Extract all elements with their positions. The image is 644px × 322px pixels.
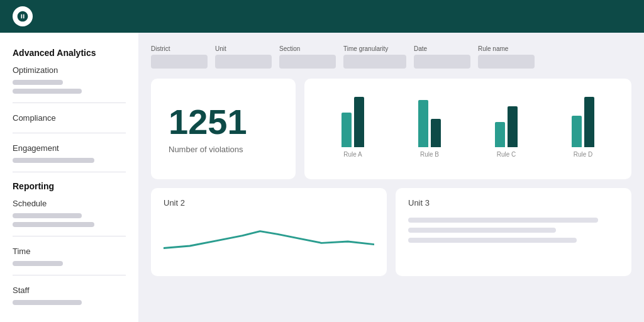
bar-a-1	[341, 113, 352, 147]
bar-b-1	[418, 100, 428, 147]
sidebar: Advanced Analytics Optimization Complian…	[0, 33, 138, 322]
filter-date: Date	[414, 45, 470, 69]
bars-b	[418, 100, 441, 147]
sidebar-divider-3	[13, 172, 126, 172]
sidebar-placeholder-5	[13, 222, 94, 227]
filter-date-input[interactable]	[414, 55, 470, 69]
sidebar-placeholder-7	[13, 300, 82, 305]
bar-b-2	[431, 119, 441, 147]
filter-time-granularity: Time granularity	[343, 45, 406, 69]
bar-d-1	[572, 116, 582, 147]
unit2-title: Unit 2	[164, 198, 374, 208]
sidebar-divider-4	[13, 236, 126, 236]
sidebar-item-staff[interactable]: Staff	[13, 284, 126, 296]
kpi-label: Number of violations	[169, 145, 278, 154]
unit3-ph-1	[408, 218, 598, 223]
filter-section-input[interactable]	[279, 55, 336, 69]
bars-d	[572, 97, 594, 147]
bar-group-b: Rule B	[418, 100, 441, 158]
bar-label-c: Rule C	[497, 151, 516, 158]
filter-unit-input[interactable]	[215, 55, 272, 69]
sidebar-placeholder-6	[13, 261, 63, 266]
unit3-placeholder	[408, 218, 619, 243]
sidebar-section-reporting: Reporting	[13, 181, 126, 191]
filter-time-granularity-input[interactable]	[343, 55, 406, 69]
bar-label-b: Rule B	[420, 151, 439, 158]
unit2-chart	[164, 215, 374, 265]
filter-rule-name: Rule name	[478, 45, 535, 69]
app-container: Advanced Analytics Optimization Complian…	[0, 0, 644, 322]
unit3-ph-3	[408, 238, 577, 243]
topnav	[0, 0, 644, 33]
unit3-card: Unit 3	[396, 188, 631, 276]
barchart-inner: Rule A Rule B	[317, 89, 619, 158]
sidebar-item-time[interactable]: Time	[13, 245, 126, 257]
sidebar-item-compliance[interactable]: Compliance	[13, 112, 126, 124]
barchart-card: Rule A Rule B	[304, 79, 631, 179]
bar-d-2	[584, 97, 594, 147]
filter-district-input[interactable]	[151, 55, 208, 69]
sidebar-divider-5	[13, 275, 126, 275]
top-cards-row: 1251 Number of violations Rule A	[151, 79, 631, 179]
filter-unit-label: Unit	[215, 45, 272, 52]
filter-district: District	[151, 45, 208, 69]
sidebar-placeholder-4	[13, 213, 82, 218]
filter-section: Section	[279, 45, 336, 69]
unit2-line-svg	[164, 215, 374, 259]
kpi-card: 1251 Number of violations	[151, 79, 296, 179]
sidebar-item-engagement[interactable]: Engagement	[13, 142, 126, 154]
main-layout: Advanced Analytics Optimization Complian…	[0, 33, 644, 322]
unit3-title: Unit 3	[408, 198, 619, 208]
sidebar-item-schedule[interactable]: Schedule	[13, 197, 126, 209]
filter-rule-name-label: Rule name	[478, 45, 535, 52]
sidebar-divider-1	[13, 103, 126, 103]
filter-unit: Unit	[215, 45, 272, 69]
bars-a	[341, 97, 364, 147]
bar-a-2	[354, 97, 364, 147]
filter-section-label: Section	[279, 45, 336, 52]
bar-label-a: Rule A	[343, 151, 362, 158]
filter-time-granularity-label: Time granularity	[343, 45, 406, 52]
sidebar-placeholder-2	[13, 89, 82, 94]
logo[interactable]	[13, 6, 33, 26]
kpi-number: 1251	[169, 104, 278, 140]
bar-group-c: Rule C	[495, 106, 518, 158]
bar-c-2	[508, 106, 518, 147]
sidebar-placeholder-3	[13, 158, 94, 163]
filter-district-label: District	[151, 45, 208, 52]
bottom-cards-row: Unit 2 Unit 3	[151, 188, 631, 276]
bar-label-d: Rule D	[574, 151, 593, 158]
unit2-card: Unit 2	[151, 188, 387, 276]
sidebar-divider-2	[13, 133, 126, 133]
bar-group-d: Rule D	[572, 97, 594, 158]
filter-rule-name-input[interactable]	[478, 55, 535, 69]
bars-c	[495, 106, 518, 147]
filter-row: District Unit Section Time granularity D…	[151, 45, 631, 69]
bar-c-1	[495, 122, 505, 147]
unit3-ph-2	[408, 228, 556, 233]
sidebar-section-analytics: Advanced Analytics	[13, 48, 126, 58]
sidebar-placeholder-1	[13, 80, 63, 85]
filter-date-label: Date	[414, 45, 470, 52]
content-area: District Unit Section Time granularity D…	[138, 33, 644, 322]
sidebar-item-optimization[interactable]: Optimization	[13, 64, 126, 76]
bar-group-a: Rule A	[341, 97, 364, 158]
